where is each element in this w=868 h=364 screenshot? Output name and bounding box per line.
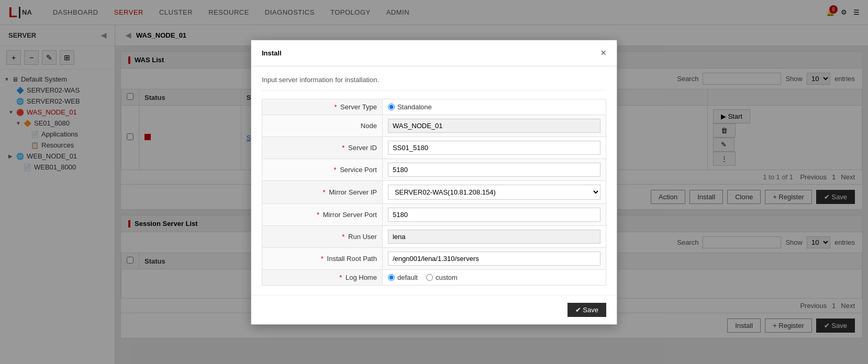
node-value	[382, 115, 606, 136]
server-id-value	[382, 136, 606, 158]
server-type-value: Standalone	[382, 99, 606, 115]
log-home-label: * Log Home	[262, 269, 383, 285]
service-port-label: * Service Port	[262, 158, 383, 180]
server-type-label: * Server Type	[262, 99, 383, 115]
log-home-value: default custom	[382, 269, 606, 285]
install-modal: Install × Input server information for i…	[251, 40, 617, 325]
node-label: Node	[262, 115, 383, 136]
service-port-input[interactable]	[388, 163, 600, 177]
log-home-custom-radio[interactable]: custom	[426, 274, 458, 281]
run-user-row: * Run User	[262, 225, 606, 247]
mirror-server-ip-label: * Mirror Server IP	[262, 180, 383, 203]
server-id-label: * Server ID	[262, 136, 383, 158]
server-type-standalone-radio[interactable]: Standalone	[388, 103, 432, 111]
install-form: * Server Type Standalone	[262, 99, 606, 286]
mirror-server-port-value	[382, 203, 606, 225]
log-home-row: * Log Home default c	[262, 269, 606, 285]
log-home-default-radio[interactable]: default	[388, 274, 418, 281]
mirror-server-ip-value: SERVER02-WAS(10.81.208.154)	[382, 180, 606, 203]
server-id-row: * Server ID	[262, 136, 606, 158]
service-port-row: * Service Port	[262, 158, 606, 180]
modal-overlay[interactable]: Install × Input server information for i…	[0, 0, 868, 364]
modal-footer: ✔ Save	[251, 295, 617, 324]
modal-close-button[interactable]: ×	[600, 48, 606, 59]
modal-body: Input server information for installatio…	[251, 66, 617, 295]
modal-description: Input server information for installatio…	[262, 76, 606, 90]
modal-save-button[interactable]: ✔ Save	[567, 303, 606, 317]
install-root-path-value	[382, 247, 606, 269]
mirror-server-port-input[interactable]	[388, 208, 600, 222]
modal-header: Install ×	[251, 40, 617, 66]
install-root-path-row: * Install Root Path	[262, 247, 606, 269]
service-port-value	[382, 158, 606, 180]
run-user-value	[382, 225, 606, 247]
modal-title: Install	[262, 49, 282, 57]
mirror-server-ip-row: * Mirror Server IP SERVER02-WAS(10.81.20…	[262, 180, 606, 203]
node-row: Node	[262, 115, 606, 136]
mirror-server-port-label: * Mirror Server Port	[262, 203, 383, 225]
server-id-input[interactable]	[388, 141, 600, 155]
run-user-input	[388, 230, 600, 244]
install-root-path-input[interactable]	[388, 252, 600, 266]
install-root-path-label: * Install Root Path	[262, 247, 383, 269]
run-user-label: * Run User	[262, 225, 383, 247]
server-type-row: * Server Type Standalone	[262, 99, 606, 115]
node-input	[388, 119, 600, 133]
mirror-server-port-row: * Mirror Server Port	[262, 203, 606, 225]
mirror-server-ip-select[interactable]: SERVER02-WAS(10.81.208.154)	[388, 185, 600, 200]
